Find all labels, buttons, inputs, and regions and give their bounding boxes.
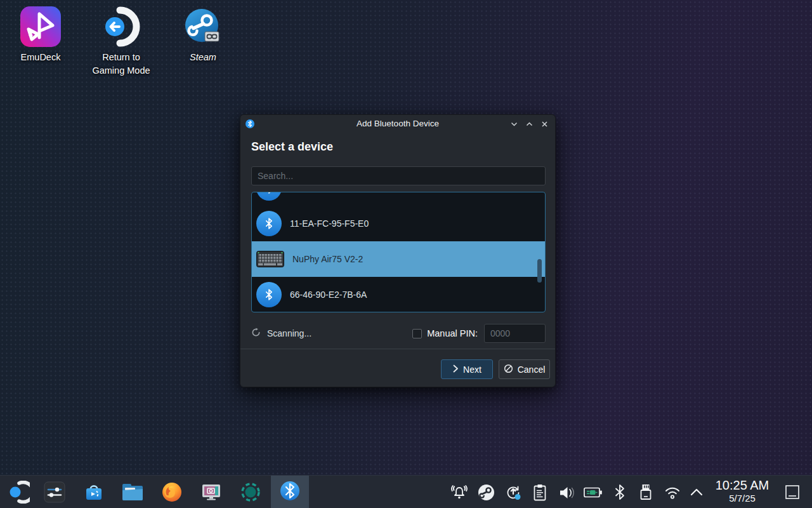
refresh-spinner-icon bbox=[251, 328, 261, 339]
battery-tray-button[interactable] bbox=[584, 487, 603, 500]
desktop: EmuDeck Return to Gaming Mode bbox=[0, 0, 812, 508]
clipboard-icon bbox=[532, 483, 547, 504]
minimize-icon[interactable] bbox=[510, 120, 518, 128]
system-settings-button[interactable] bbox=[44, 481, 65, 505]
bluetooth-tray-icon bbox=[612, 483, 627, 504]
application-launcher-icon bbox=[7, 481, 30, 506]
bluetooth-task-icon bbox=[279, 480, 301, 504]
steam-tray-button[interactable] bbox=[478, 484, 495, 504]
close-icon[interactable] bbox=[540, 120, 549, 128]
screenshot-monitor-icon bbox=[200, 481, 222, 505]
pin-input[interactable] bbox=[484, 324, 546, 343]
add-bluetooth-device-dialog: Add Bluetooth Device Select a device bbox=[240, 114, 556, 387]
emudeck-icon bbox=[20, 5, 62, 48]
steam-tray-icon bbox=[478, 484, 495, 504]
firefox-button[interactable] bbox=[161, 481, 183, 505]
taskbar: 10:25 AM 5/7/25 bbox=[0, 475, 812, 508]
device-name: NuPhy Air75 V2-2 bbox=[292, 254, 363, 264]
wifi-icon bbox=[664, 484, 681, 503]
screenshot-tool-button[interactable] bbox=[200, 481, 222, 505]
dialog-title: Add Bluetooth Device bbox=[240, 115, 555, 133]
discover-button[interactable] bbox=[83, 481, 105, 505]
bluetooth-device-icon bbox=[256, 211, 282, 236]
update-arrow-icon bbox=[504, 484, 522, 504]
desktop-icon-label-line2: Gaming Mode bbox=[92, 64, 150, 77]
device-name: 11-EA-FC-95-F5-E0 bbox=[290, 218, 369, 229]
steam-icon bbox=[184, 5, 222, 48]
volume-tray-button[interactable] bbox=[558, 484, 575, 504]
removable-device-tray-button[interactable] bbox=[639, 483, 653, 504]
desktop-icon-steam[interactable]: Steam bbox=[162, 5, 244, 64]
bluetooth-device-icon bbox=[256, 282, 282, 307]
battery-charging-icon bbox=[584, 487, 603, 500]
next-button-label: Next bbox=[463, 364, 481, 375]
usb-stick-icon bbox=[639, 483, 653, 504]
clipboard-tray-button[interactable] bbox=[532, 483, 547, 504]
device-list: 11-EA-FC-95-F5-E0 NuPhy Air75 V2-2 bbox=[251, 192, 546, 312]
return-to-gaming-mode-icon bbox=[101, 5, 141, 48]
dialog-heading: Select a device bbox=[251, 140, 333, 154]
application-launcher-button[interactable] bbox=[7, 481, 30, 506]
settings-sliders-icon bbox=[44, 481, 65, 505]
firefox-icon bbox=[161, 481, 183, 505]
cancel-button-label: Cancel bbox=[518, 364, 546, 375]
wifi-tray-button[interactable] bbox=[664, 484, 681, 503]
search-input[interactable] bbox=[251, 166, 546, 185]
maximize-icon[interactable] bbox=[525, 120, 534, 128]
digital-clock[interactable]: 10:25 AM 5/7/25 bbox=[709, 478, 775, 507]
notifications-tray-button[interactable] bbox=[450, 484, 468, 504]
expand-tray-button[interactable] bbox=[690, 486, 704, 500]
desktop-icon-label-line1: Return to bbox=[92, 51, 150, 64]
device-row[interactable]: 66-46-90-E2-7B-6A bbox=[252, 277, 545, 312]
bluetooth-device-icon bbox=[256, 192, 282, 201]
dialog-titlebar[interactable]: Add Bluetooth Device bbox=[240, 115, 555, 133]
folder-icon bbox=[121, 483, 144, 504]
teal-ring-icon bbox=[240, 481, 261, 505]
cancel-button[interactable]: Cancel bbox=[499, 359, 550, 379]
chevron-right-icon bbox=[452, 364, 459, 375]
show-desktop-icon bbox=[784, 484, 801, 503]
updates-tray-button[interactable] bbox=[504, 484, 522, 504]
bell-icon bbox=[450, 484, 468, 504]
symlink-emblem bbox=[205, 32, 219, 41]
manual-pin-checkbox[interactable] bbox=[412, 329, 422, 338]
scanning-status: Scanning... bbox=[267, 328, 311, 338]
clock-date: 5/7/25 bbox=[709, 493, 775, 504]
teal-ring-app-button[interactable] bbox=[240, 481, 261, 505]
list-scrollbar-thumb[interactable] bbox=[537, 259, 542, 283]
divider bbox=[240, 349, 555, 349]
desktop-icon-label: EmuDeck bbox=[21, 51, 61, 64]
manual-pin-label: Manual PIN: bbox=[427, 328, 478, 338]
desktop-icon-label: Steam bbox=[190, 51, 216, 64]
discover-bag-icon bbox=[83, 481, 105, 505]
chevron-up-icon bbox=[690, 486, 704, 500]
device-name: 66-46-90-E2-7B-6A bbox=[290, 290, 367, 300]
next-button[interactable]: Next bbox=[441, 359, 493, 379]
cancel-icon bbox=[504, 364, 513, 375]
clock-time: 10:25 AM bbox=[709, 478, 775, 493]
device-row-selected[interactable]: NuPhy Air75 V2-2 bbox=[252, 241, 545, 277]
bluetooth-task-button[interactable] bbox=[271, 476, 309, 508]
device-row[interactable]: 11-EA-FC-95-F5-E0 bbox=[252, 206, 545, 241]
show-desktop-button[interactable] bbox=[784, 484, 801, 503]
device-row-partial[interactable] bbox=[252, 192, 545, 206]
volume-icon bbox=[558, 484, 575, 504]
bluetooth-tray-button[interactable] bbox=[612, 483, 627, 504]
desktop-icon-return-to-gaming-mode[interactable]: Return to Gaming Mode bbox=[81, 5, 162, 77]
desktop-icon-emudeck[interactable]: EmuDeck bbox=[0, 5, 81, 64]
file-manager-button[interactable] bbox=[121, 483, 144, 504]
keyboard-icon bbox=[256, 251, 284, 267]
